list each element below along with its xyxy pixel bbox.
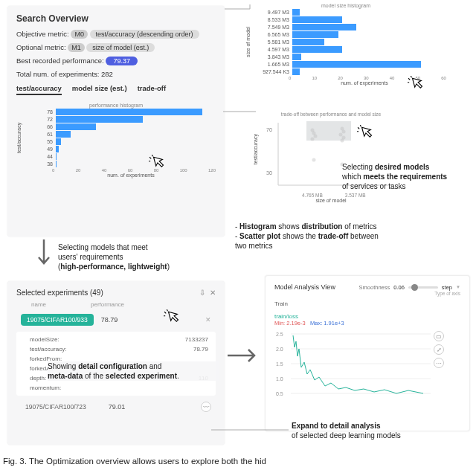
hist-bar[interactable]: 6.565 M3 — [252, 31, 446, 38]
cursor-click-icon — [149, 155, 168, 176]
panel-title: Search Overview — [16, 13, 216, 24]
hist-bar[interactable]: 5.581 M3 — [252, 39, 446, 45]
cursor-click-icon — [408, 76, 427, 97]
axis-type-label: Type of axis — [274, 291, 460, 296]
y-axis-label: test/accuracy — [253, 134, 258, 164]
model-analysis-panel: Model Analysis View Smoothness 0.06 step… — [265, 275, 470, 431]
tab-accuracy[interactable]: test/accuracy — [16, 84, 62, 95]
svg-text:1.0: 1.0 — [276, 376, 283, 382]
optional-metric-label: Optional metric: — [16, 43, 66, 51]
best-perf-label: Best recorded performance: — [16, 57, 104, 65]
best-perf-value: 79.37 — [106, 57, 138, 65]
tabs-row: test/accuracy model size (est.) trade-of… — [16, 84, 216, 95]
hist-bar[interactable]: 78 — [25, 109, 216, 115]
tab-model-size[interactable]: model size (est.) — [72, 84, 127, 95]
tab-tradeoff[interactable]: trade-off — [138, 84, 167, 95]
arrow-down-icon — [36, 239, 52, 271]
meta-row: test/accuracy:78.79 — [16, 344, 216, 354]
svg-text:70: 70 — [266, 127, 272, 132]
chart-action-icon[interactable]: ⋯ — [434, 358, 444, 368]
remove-icon[interactable]: ✕ — [205, 316, 211, 324]
best-perf-row: Best recorded performance: 79.37 — [16, 57, 216, 65]
figure-caption: Fig. 3. The Optimization overview allows… — [3, 457, 266, 466]
hist-bar[interactable]: 1.665 M3 — [252, 61, 446, 68]
svg-text:30: 30 — [266, 170, 272, 176]
expand-icon[interactable]: 〰 — [201, 402, 211, 412]
objective-metric-label: Objective metric: — [16, 30, 69, 38]
tradeoff-scatter[interactable]: trade-off between performance and model … — [260, 112, 402, 208]
hist-bar[interactable]: 7.549 M3 — [252, 24, 446, 30]
x-axis-label: size of model — [260, 198, 402, 203]
optional-metric-chip[interactable]: size of model (est.) — [86, 43, 155, 52]
caption-select-models: Selecting models that meet users' requir… — [58, 242, 214, 271]
metric-code-chip[interactable]: M0 — [71, 30, 88, 39]
hist-bar[interactable]: 61 — [25, 131, 216, 138]
metric-name: train/loss — [274, 313, 460, 320]
experiment-name: 19075/CIFAR100/933 — [21, 314, 94, 326]
download-icon[interactable]: ⇩ — [199, 289, 205, 297]
svg-text:0.5: 0.5 — [276, 391, 283, 396]
hist-bar[interactable]: 38 — [25, 161, 216, 167]
chart-action-icon[interactable]: ▭ — [434, 331, 444, 341]
panel-title: Model Analysis View — [274, 283, 335, 291]
svg-point-2 — [314, 135, 318, 138]
caption-expand-detail: Expand to detail analysis of selected de… — [292, 421, 463, 440]
objective-metric-row: Objective metric: M0 test/accuracy (desc… — [16, 30, 216, 39]
total-exp-label: Total num. of experiments: 282 — [16, 70, 216, 78]
loss-chart[interactable]: 2.5 2.0 1.5 1.0 0.5 — [274, 326, 431, 408]
hist-bar[interactable]: 8.533 M3 — [252, 16, 446, 23]
smoothness-value: 0.06 — [393, 284, 405, 291]
hist-bar[interactable]: 44 — [25, 153, 216, 160]
svg-point-9 — [341, 139, 344, 143]
min-label: Min: 2.19e-3 — [274, 320, 306, 326]
performance-histogram[interactable]: performance histogram test/accuracy 7872… — [16, 103, 216, 178]
hist-bar[interactable]: 9.497 M3 — [252, 9, 446, 16]
experiment-row[interactable]: 19075/CIFAR100/723 79.01 〰 — [16, 399, 216, 415]
chart-title: trade-off between performance and model … — [260, 112, 402, 117]
experiment-perf: 78.79 — [101, 316, 118, 324]
arrow-right-icon — [228, 347, 260, 366]
experiment-name: 19075/CIFAR100/723 — [21, 403, 86, 411]
close-icon[interactable]: ✕ — [210, 289, 216, 297]
hist-bar[interactable]: 72 — [25, 116, 216, 123]
smoothness-slider[interactable] — [408, 286, 438, 289]
section-label: Train — [274, 300, 460, 307]
optional-metric-row: Optional metric: M1 size of model (est.) — [16, 43, 216, 52]
hist-bar[interactable]: 55 — [25, 138, 216, 145]
svg-point-4 — [312, 158, 316, 162]
chart-title: performance histogram — [16, 103, 216, 108]
hist-bar[interactable]: 49 — [25, 146, 216, 152]
panel-title: Selected experiments (49) — [16, 289, 103, 297]
caption-hist-scatter: - Histogram shows distribution of metric… — [235, 222, 466, 251]
hist-bar[interactable]: 66 — [25, 123, 216, 130]
chevron-down-icon[interactable]: ▼ — [456, 285, 460, 289]
caption-select-desired: Selecting desired models which meets the… — [342, 162, 469, 191]
objective-metric-chip[interactable]: test/accuracy (descending order) — [90, 30, 199, 39]
meta-row: momentum: — [16, 383, 216, 393]
model-size-histogram[interactable]: model size histogram size of model 9.497… — [245, 3, 446, 86]
svg-text:2.5: 2.5 — [276, 332, 283, 337]
metric-code-chip[interactable]: M1 — [68, 43, 85, 52]
chart-title: model size histogram — [245, 3, 446, 8]
search-overview-panel: Search Overview Objective metric: M0 tes… — [7, 6, 225, 236]
svg-text:2.0: 2.0 — [276, 347, 283, 352]
chart-action-icon[interactable]: ⤢ — [434, 344, 444, 355]
x-axis-label: num. of experiments — [16, 173, 216, 178]
xtick: 3.537 MB — [345, 193, 366, 198]
cursor-click-icon — [357, 125, 376, 146]
max-label: Max: 1.91e+3 — [310, 320, 344, 326]
col-name: name — [31, 301, 46, 308]
caption-showing-detail: Showing detail configuration and meta-da… — [48, 361, 219, 381]
hist-bar[interactable]: 927.544 K3 — [252, 68, 446, 75]
axis-type-value[interactable]: step — [442, 284, 452, 291]
svg-point-7 — [339, 133, 343, 137]
experiment-row[interactable]: 19075/CIFAR100/933 78.79 ✕ — [16, 311, 216, 329]
svg-point-6 — [342, 130, 346, 134]
y-axis-label: test/accuracy — [16, 108, 22, 168]
xtick: 4.765 MB — [302, 193, 323, 198]
hist-bar[interactable]: 3.843 M3 — [252, 54, 446, 60]
svg-point-3 — [311, 138, 315, 141]
y-axis-label: size of model — [245, 8, 251, 76]
meta-row: modelSize:7133237 — [16, 335, 216, 344]
hist-bar[interactable]: 4.597 M3 — [252, 46, 446, 53]
